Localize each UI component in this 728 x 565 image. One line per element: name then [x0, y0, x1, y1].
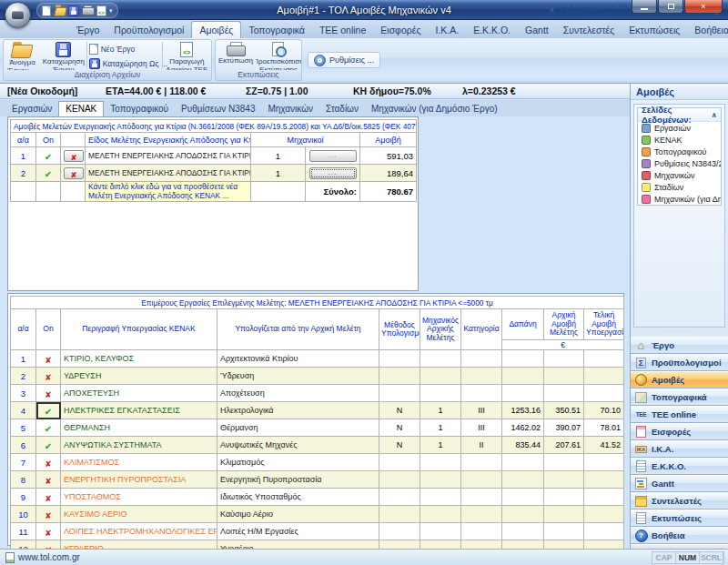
page-tab[interactable]: Μηχανικών (για Δημόσιο Έργο) — [365, 102, 504, 116]
data-page-item[interactable]: Μηχανικών — [638, 169, 721, 181]
module-nav-button[interactable]: Ε.Κ.Κ.Ο. — [631, 458, 728, 475]
on-toggle-cell[interactable] — [36, 523, 61, 540]
ribbon-tab[interactable]: ΤΕΕ online — [312, 22, 373, 38]
new-project-button[interactable]: Νέο Έργο — [87, 43, 162, 55]
on-toggle-cell[interactable] — [36, 385, 61, 402]
page-tab[interactable]: Μηχανικών — [261, 102, 319, 116]
subtask-row[interactable]: 9 ΥΠΟΣΤΑΘΜΟΣ Ιδιωτικός Υποσταθμός — [11, 489, 624, 506]
module-nav-button[interactable]: Αμοιβές — [631, 371, 728, 388]
ribbon-tab[interactable]: Βοήθεια — [687, 22, 728, 38]
ribbon-tab[interactable]: Εκτυπώσεις — [622, 22, 687, 38]
module-nav-button[interactable]: Gantt — [631, 475, 728, 492]
delete-row-button[interactable] — [64, 167, 84, 179]
ribbon-tab[interactable]: Έργο — [69, 22, 106, 38]
final-fee-value — [584, 506, 624, 523]
on-toggle-cell[interactable] — [36, 402, 61, 419]
collapse-ribbon-icon[interactable]: ∧ — [549, 5, 555, 15]
module-nav-button[interactable]: ΤΕΕ online — [631, 406, 728, 423]
cost-value — [502, 523, 544, 540]
initial-fee-value — [544, 350, 584, 368]
ribbon-tab[interactable]: Αμοιβές — [191, 21, 241, 38]
module-nav-button[interactable]: Συντελεστές — [631, 492, 728, 510]
subtask-row[interactable]: 5 ΘΕΡΜΑΝΣΗ Θέρμανση N 1 III 1462.02 390.… — [11, 419, 624, 437]
module-nav-button[interactable]: Ι.Κ.Α. — [631, 440, 728, 458]
data-page-item[interactable]: Σταδίων — [638, 181, 721, 193]
subtask-row[interactable]: 1 ΚΤΙΡΙΟ, ΚΕΛΥΦΟΣ Αρχιτεκτονικά Κτιρίου — [11, 350, 624, 368]
page-tab[interactable]: Σταδίων — [319, 102, 365, 116]
page-tab[interactable]: ΚΕΝΑΚ — [58, 101, 104, 116]
module-nav-button[interactable]: Εκτυπώσεις — [631, 510, 728, 527]
ribbon-tab[interactable]: Ε.Κ.Κ.Ο. — [466, 22, 518, 38]
module-nav-button[interactable]: Εισφορές — [631, 423, 728, 440]
subtask-description: ΚΛΙΜΑΤΙΣΜΟΣ — [61, 454, 217, 471]
engineers-more-button[interactable]: ... — [309, 150, 357, 162]
ribbon-tab[interactable]: Εισφορές — [373, 22, 428, 38]
subtask-row[interactable]: 2 ΥΔΡΕΥΣΗ Ύδρευση — [11, 368, 624, 385]
subtask-row[interactable]: 6 ΑΝΥΨΩΤΙΚΑ ΣΥΣΤΗΜΑΤΑ Ανυψωτικές Μηχανές… — [11, 437, 624, 454]
ribbon-group-prints: Εκτύπωση ... Προεπισκόπιση Εκτύπωσης Εκτ… — [215, 39, 302, 81]
module-nav-button[interactable]: Έργο — [631, 337, 728, 354]
kenak-study-row[interactable]: 1 ΜΕΛΕΤΗ ΕΝΕΡΓΕΙΑΚΗΣ ΑΠΟΔΟΣΗΣ ΓΙΑ ΚΤΙΡΙΑ… — [11, 147, 417, 165]
data-page-item[interactable]: ΚΕΝΑΚ — [638, 134, 721, 146]
kenak-study-row[interactable]: 2 ΜΕΛΕΤΗ ΕΝΕΡΓΕΙΑΚΗΣ ΑΠΟΔΟΣΗΣ ΓΙΑ ΚΤΙΡΙΑ… — [11, 165, 417, 182]
subtask-row[interactable]: 8 ΕΝΕΡΓΗΤΙΚΗ ΠΥΡΟΠΡΟΣΤΑΣΙΑ Ενεργητική Πυ… — [11, 471, 624, 489]
delete-cell — [61, 165, 86, 182]
sidebar-splitter[interactable]: ········· — [631, 329, 728, 336]
ribbon-tab[interactable]: Προϋπολογισμοί — [106, 22, 191, 38]
minimize-button[interactable] — [632, 0, 657, 14]
save-project-button[interactable]: Καταχώρηση Έργου — [41, 40, 86, 70]
on-toggle-cell[interactable] — [36, 489, 61, 506]
module-nav-button[interactable]: Προϋπολογισμοί — [631, 354, 728, 371]
ribbon-tab[interactable]: Gantt — [518, 22, 556, 38]
engineers-more-button[interactable]: ... — [309, 167, 357, 179]
page-tab[interactable]: Τοπογραφικού — [104, 102, 175, 116]
final-fee-value — [584, 471, 624, 489]
on-toggle-cell[interactable] — [36, 454, 61, 471]
data-page-item[interactable]: Ρυθμίσεις Ν3843/20... — [638, 157, 721, 169]
subtask-row[interactable]: 4 ΗΛΕΚΤΡΙΚΕΣ ΕΓΚΑΤΑΣΤΑΣΕΙΣ Ηλεκτρολογικά… — [11, 402, 624, 419]
page-tab[interactable]: Εργασιών — [5, 102, 58, 116]
on-toggle-cell[interactable] — [36, 147, 61, 165]
ribbon: Άνοιγμα Έργου ... Καταχώρηση Έργου Νέο Έ… — [0, 38, 728, 84]
subtask-row[interactable]: 11 ΛΟΙΠΕΣ ΗΛΕΚΤΡΟΜΗΧΑΝΟΛΟΓΙΚΕΣ ΕΡΓΑΣΙΕΣ … — [11, 523, 624, 540]
ribbon-tab[interactable]: Συντελεστές — [556, 22, 622, 38]
generate-tee-xml-button[interactable]: Παραγωγή Αρχείου ΤΕΕ xml ... — [163, 40, 211, 70]
on-toggle-cell[interactable] — [36, 506, 61, 523]
source-study: Αρχιτεκτονικά Κτιρίου — [217, 350, 379, 368]
on-toggle-cell[interactable] — [36, 165, 61, 182]
settings-button[interactable]: Ρυθμίσεις ... — [308, 52, 380, 68]
on-toggle-cell[interactable] — [36, 368, 61, 385]
module-nav-button[interactable]: Τοπογραφικά — [631, 388, 728, 406]
application-menu-button[interactable] — [5, 2, 31, 28]
print-preview-button[interactable]: Προεπισκόπιση Εκτύπωσης — [256, 40, 301, 70]
source-study: Ιδιωτικός Υποσταθμός — [217, 489, 379, 506]
on-toggle-cell[interactable] — [36, 350, 61, 368]
module-nav-button[interactable]: Βοήθεια — [631, 527, 728, 544]
page-color-swatch — [642, 159, 651, 168]
data-page-item[interactable]: Μηχανικών (για Δη... — [638, 193, 721, 205]
restore-button[interactable] — [658, 0, 683, 14]
subtask-row[interactable]: 3 ΑΠΟΧΕΤΕΥΣΗ Αποχέτευση — [11, 385, 624, 402]
website-link[interactable]: www.tol.com.gr — [18, 552, 80, 562]
on-toggle-cell[interactable] — [36, 471, 61, 489]
page-tab[interactable]: Ρυθμίσεων Ν3843 — [175, 102, 261, 116]
print-button[interactable]: Εκτύπωση ... — [216, 40, 256, 70]
add-study-hint[interactable]: Κάντε διπλό κλικ εδώ για να προσθέσετε ν… — [86, 182, 251, 202]
delete-row-button[interactable] — [64, 150, 84, 162]
subtask-row[interactable]: 10 ΚΑΥΣΙΜΟ ΑΕΡΙΟ Καύσιμο Αέριο — [11, 506, 624, 523]
total-label: Σύνολο: — [306, 182, 360, 202]
save-as-button[interactable]: Καταχώρηση Ως ... — [87, 57, 162, 70]
on-toggle-cell[interactable] — [36, 419, 61, 437]
ribbon-tab[interactable]: Τοπογραφικά — [241, 22, 312, 38]
data-page-item[interactable]: Τοπογραφικού — [638, 146, 721, 157]
collapse-panel-icon[interactable]: ∧ — [712, 111, 718, 119]
open-project-button[interactable]: Άνοιγμα Έργου ... — [4, 40, 41, 70]
close-button[interactable]: × — [684, 0, 723, 14]
ribbon-tab[interactable]: Ι.Κ.Α. — [428, 22, 466, 38]
engineers-cell: ... — [306, 165, 360, 182]
subtask-description: ΗΛΕΚΤΡΙΚΕΣ ΕΓΚΑΤΑΣΤΑΣΕΙΣ — [61, 402, 217, 419]
on-toggle-cell[interactable] — [36, 437, 61, 454]
initial-fee-value — [544, 368, 584, 385]
cost-value: 1253.16 — [502, 402, 544, 419]
subtask-row[interactable]: 7 ΚΛΙΜΑΤΙΣΜΟΣ Κλιματισμός — [11, 454, 624, 471]
